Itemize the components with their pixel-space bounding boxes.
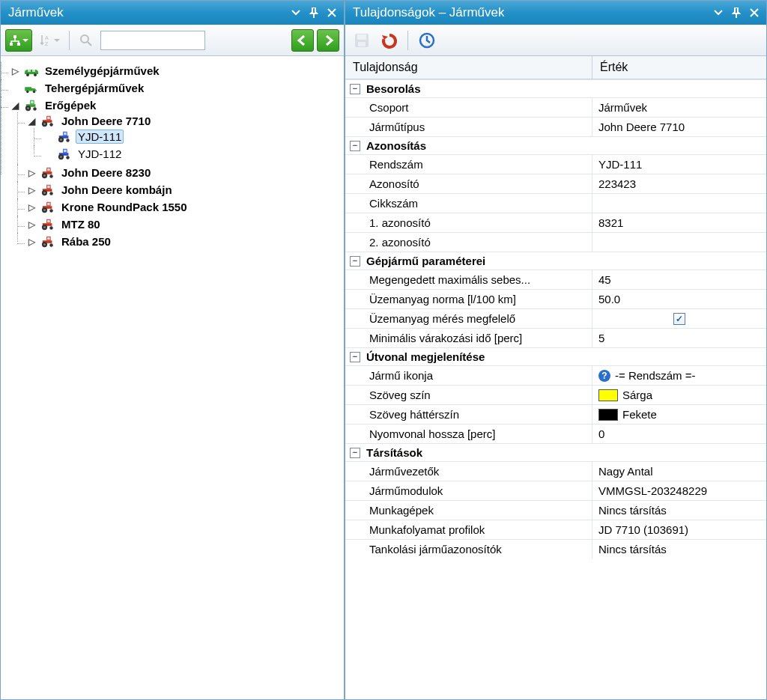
category-header[interactable]: −Azonosítás xyxy=(345,137,766,154)
tree-label[interactable]: John Deere 8230 xyxy=(59,165,153,180)
expander-icon[interactable]: ▷ xyxy=(26,219,37,230)
category-header[interactable]: −Besorolás xyxy=(345,80,766,97)
property-row[interactable]: Megengedett maximális sebes...45 xyxy=(345,270,766,289)
collapse-icon[interactable]: − xyxy=(350,141,360,151)
property-row[interactable]: Üzemanyag mérés megfelelő xyxy=(345,308,766,328)
property-row[interactable]: MunkagépekNincs társítás xyxy=(345,500,766,520)
help-icon[interactable]: ? xyxy=(598,370,610,382)
property-row[interactable]: Azonosító223423 xyxy=(345,174,766,193)
tree-node-krone[interactable]: ▷Krone RoundPack 1550 xyxy=(26,200,341,214)
tree-label[interactable]: Erőgépek xyxy=(43,98,98,112)
property-value[interactable] xyxy=(592,194,766,213)
tree-node-yjd112[interactable]: YJD-112 xyxy=(43,147,341,161)
property-value[interactable]: Nincs társítás xyxy=(592,540,766,559)
property-value[interactable]: Nincs társítás xyxy=(592,501,766,520)
tree-label[interactable]: Krone RoundPack 1550 xyxy=(59,200,190,214)
property-row[interactable]: JárműmodulokVMMGSL-203248229 xyxy=(345,481,766,500)
property-row[interactable]: Nyomvonal hossza [perc]0 xyxy=(345,424,766,443)
expander-icon[interactable]: ◢ xyxy=(10,100,20,111)
property-value[interactable]: Sárga xyxy=(592,386,766,404)
property-row[interactable]: Jármű ikonja?-= Rendszám =- xyxy=(345,365,766,385)
property-row[interactable]: Minimális várakozási idő [perc]5 xyxy=(345,328,766,347)
property-row[interactable]: JárműtípusJohn Deere 7710 xyxy=(345,117,766,136)
property-value[interactable]: 0 xyxy=(592,424,766,443)
property-value[interactable] xyxy=(592,309,766,328)
collapse-icon[interactable]: − xyxy=(350,256,360,267)
tree-mode-button[interactable] xyxy=(5,29,32,52)
property-value[interactable]: 223423 xyxy=(592,174,766,193)
tree-node-jdkombajn[interactable]: ▷John Deere kombájn xyxy=(26,183,341,197)
history-button[interactable] xyxy=(416,30,437,51)
property-row[interactable]: Szöveg háttérszínFekete xyxy=(345,404,766,424)
property-row[interactable]: CsoportJárművek xyxy=(345,97,766,117)
tree-node-raba250[interactable]: ▷Rába 250 xyxy=(26,234,341,249)
search-input[interactable] xyxy=(100,31,205,50)
tree-node-jd7710[interactable]: ◢John Deere 7710 xyxy=(26,114,341,128)
tree-label[interactable]: Tehergépjárművek xyxy=(43,81,146,95)
tree-label[interactable]: YJD-112 xyxy=(76,147,124,161)
tree-node-mtz80[interactable]: ▷MTZ 80 xyxy=(26,217,341,231)
category-header[interactable]: −Társítások xyxy=(345,444,766,461)
dropdown-icon[interactable] xyxy=(288,5,303,20)
tree-label[interactable]: Személygépjárművek xyxy=(43,64,162,78)
pin-icon[interactable] xyxy=(306,5,321,20)
property-value[interactable]: 50.0 xyxy=(592,290,766,308)
property-value[interactable]: 5 xyxy=(592,329,766,347)
header-property[interactable]: Tulajdonság xyxy=(345,56,592,79)
property-value[interactable]: JD 7710 (103691) xyxy=(592,520,766,539)
property-value[interactable]: VMMGSL-203248229 xyxy=(592,481,766,500)
property-row[interactable]: RendszámYJD-111 xyxy=(345,154,766,174)
expander-icon[interactable]: ▷ xyxy=(26,237,37,247)
expander-icon[interactable]: ◢ xyxy=(26,116,37,127)
save-button[interactable] xyxy=(351,30,372,51)
expander-icon[interactable]: ▷ xyxy=(26,185,37,195)
close-icon[interactable] xyxy=(747,5,762,20)
tree-label[interactable]: YJD-111 xyxy=(76,130,124,144)
property-row[interactable]: 1. azonosító8321 xyxy=(345,213,766,232)
property-value[interactable]: John Deere 7710 xyxy=(592,118,766,136)
tree-node-yjd111[interactable]: YJD-111 xyxy=(43,130,341,144)
property-value[interactable]: Nagy Antal xyxy=(592,462,766,481)
property-row[interactable]: Munkafolyamat profilokJD 7710 (103691) xyxy=(345,520,766,539)
property-value[interactable] xyxy=(592,233,766,252)
expander-icon[interactable]: ▷ xyxy=(26,202,37,213)
sort-button[interactable]: AZ xyxy=(35,29,64,52)
expander-icon[interactable]: ▷ xyxy=(26,168,37,178)
property-value[interactable]: Fekete xyxy=(592,405,766,424)
tree-label[interactable]: John Deere kombájn xyxy=(59,183,175,197)
category-header[interactable]: −Útvonal megjelenítése xyxy=(345,348,766,365)
property-value[interactable]: ?-= Rendszám =- xyxy=(592,366,766,385)
vehicles-tree[interactable]: ▷SzemélygépjárművekTehergépjárművek◢Erőg… xyxy=(1,56,344,699)
collapse-icon[interactable]: − xyxy=(350,448,360,458)
checkbox[interactable] xyxy=(673,313,685,325)
tree-node-szemely[interactable]: ▷Személygépjárművek xyxy=(10,64,341,78)
next-button[interactable] xyxy=(317,29,339,52)
tree-node-jd8230[interactable]: ▷John Deere 8230 xyxy=(26,165,341,180)
property-row[interactable]: 2. azonosító xyxy=(345,232,766,252)
property-value[interactable]: Járművek xyxy=(592,98,766,117)
property-value[interactable]: 8321 xyxy=(592,213,766,232)
revert-button[interactable] xyxy=(378,30,399,51)
pin-icon[interactable] xyxy=(729,5,744,20)
prev-button[interactable] xyxy=(291,29,314,52)
collapse-icon[interactable]: − xyxy=(350,84,360,94)
tree-label[interactable]: Rába 250 xyxy=(59,234,113,249)
property-value[interactable]: YJD-111 xyxy=(592,155,766,174)
header-value[interactable]: Érték xyxy=(592,56,766,79)
property-row[interactable]: Üzemanyag norma [l/100 km]50.0 xyxy=(345,289,766,308)
category-header[interactable]: −Gépjármű paraméterei xyxy=(345,252,766,270)
property-row[interactable]: Cikkszám xyxy=(345,193,766,213)
tree-node-teher[interactable]: Tehergépjárművek xyxy=(10,81,341,95)
tree-label[interactable]: MTZ 80 xyxy=(59,217,103,231)
property-value[interactable]: 45 xyxy=(592,270,766,289)
expander-icon[interactable]: ▷ xyxy=(10,66,20,76)
property-grid[interactable]: −BesorolásCsoportJárművekJárműtípusJohn … xyxy=(345,79,766,699)
property-row[interactable]: Tankolási járműazonosítókNincs társítás xyxy=(345,539,766,559)
dropdown-icon[interactable] xyxy=(711,5,726,20)
tree-label[interactable]: John Deere 7710 xyxy=(59,114,153,128)
property-row[interactable]: JárművezetőkNagy Antal xyxy=(345,461,766,481)
collapse-icon[interactable]: − xyxy=(350,352,360,362)
search-button[interactable] xyxy=(75,29,97,52)
tree-node-erogepek[interactable]: ◢Erőgépek xyxy=(10,98,341,112)
close-icon[interactable] xyxy=(324,5,339,20)
